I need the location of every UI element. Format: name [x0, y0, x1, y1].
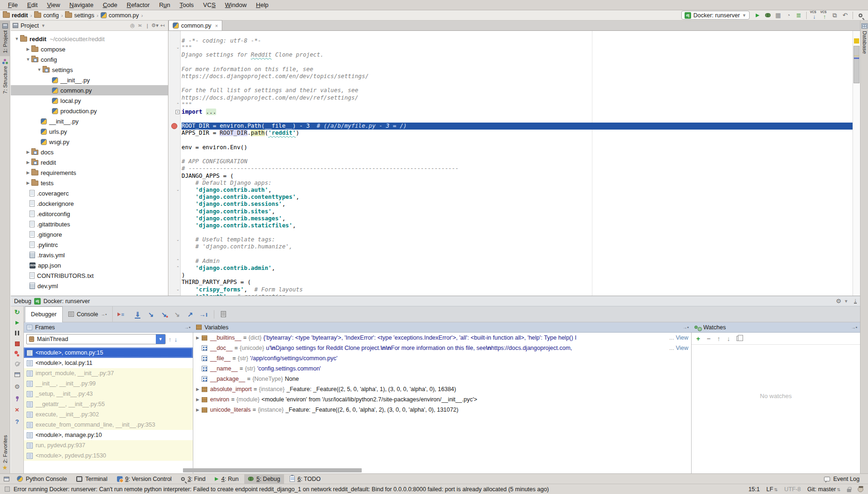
toolwindow-button-9-version-control[interactable]: 9: Version Control [113, 474, 175, 484]
force-step-into-icon[interactable]: ↘ [160, 311, 168, 318]
remove-watch-button[interactable]: − [707, 335, 710, 342]
fold-marker-icon[interactable]: ⌄ [175, 188, 180, 192]
resume-icon[interactable] [15, 321, 19, 325]
chevron-down-icon[interactable]: ▼ [36, 67, 43, 72]
toolwindow-button-python-console[interactable]: Python Console [13, 474, 71, 484]
tree-item-localpy[interactable]: local.py [11, 95, 168, 106]
step-over-icon[interactable]: ⇓ [133, 311, 142, 318]
menu-file[interactable]: File [4, 0, 22, 10]
variable-row[interactable]: __doc__={unicode}u'\nDjango settings for… [193, 343, 691, 353]
fold-marker-icon[interactable]: ⌃ [175, 259, 180, 263]
frame-row[interactable]: <module>, manage.py:10 [24, 430, 193, 440]
close-icon[interactable]: × [15, 407, 19, 412]
recent-changes-button[interactable]: ⧉ [830, 11, 839, 20]
tool-window-switcher-icon[interactable] [4, 477, 9, 481]
copy-watch-button[interactable] [737, 336, 741, 341]
menu-run[interactable]: Run [155, 0, 175, 10]
evaluate-expression-icon[interactable] [221, 311, 226, 317]
tab-console[interactable]: Console →▪ [63, 306, 113, 322]
float-icon[interactable]: →▪ [184, 325, 190, 330]
editor-tab-common-py[interactable]: common.py × [168, 20, 222, 30]
previous-frame-button[interactable]: ↑ [168, 336, 172, 343]
breadcrumb-item-reddit[interactable]: reddit [3, 12, 28, 19]
gear-icon[interactable]: ⚙ [836, 298, 841, 305]
toolwindow-button-6-todo[interactable]: 6: TODO [286, 474, 325, 484]
toolwindow-button-5-debug[interactable]: 5: Debug [244, 474, 284, 484]
fold-marker-icon[interactable]: ⌃ [175, 266, 180, 270]
tree-item-devyml[interactable]: dev.yml [11, 281, 168, 291]
toolwindow-button-4-run[interactable]: 4: Run [211, 474, 242, 484]
tree-item-compose[interactable]: ▶compose [11, 44, 168, 54]
hide-panel-icon[interactable]: ↓ [854, 298, 857, 304]
step-into-icon[interactable]: ↘ [146, 311, 155, 318]
close-tab-icon[interactable]: × [215, 23, 218, 29]
chevron-down-icon[interactable]: ▼ [25, 57, 31, 62]
run-to-cursor-icon[interactable]: →ı [199, 311, 207, 318]
chevron-down-icon[interactable]: ▼ [41, 23, 45, 28]
run-button[interactable] [753, 11, 762, 20]
menu-vcs[interactable]: VCS [199, 0, 220, 10]
variable-row[interactable]: __file__={str}'/app/config/settings/comm… [193, 353, 691, 363]
tree-item-__init__py[interactable]: __init__.py [11, 75, 168, 85]
notifications-icon[interactable] [858, 487, 863, 492]
step-out-icon[interactable]: ↘ [173, 311, 181, 318]
project-header-icon[interactable]: ↤ [159, 22, 166, 29]
menu-refactor[interactable]: Refactor [123, 0, 154, 10]
combo-dropdown-button[interactable]: ▼ [156, 334, 165, 344]
view-breakpoints-icon[interactable] [15, 351, 18, 354]
frame-row[interactable]: <module>, common.py:15 [24, 348, 193, 358]
settings-gear-icon[interactable]: ⚙ [15, 383, 20, 390]
variable-row[interactable]: ▶absolute_import={instance}_Feature: _Fe… [193, 384, 691, 394]
sidebar-item-favorites[interactable]: 2: Favorites★ [0, 432, 10, 473]
variable-view-link[interactable]: ... View [669, 334, 688, 341]
breadcrumb-item-config[interactable]: config [34, 12, 58, 19]
tree-item-gitignore[interactable]: .gitignore [11, 229, 168, 240]
tree-item-coveragerc[interactable]: .coveragerc [11, 188, 168, 198]
variable-row[interactable]: __name__={str}'config.settings.common' [193, 363, 691, 374]
search-everywhere-button[interactable] [856, 11, 865, 20]
editor-gutter[interactable]: ⌄⌃⌄⌄⌃⌃⌄+ [168, 31, 181, 296]
chevron-right-icon[interactable]: ▶ [25, 160, 31, 165]
debug-button[interactable] [763, 11, 773, 20]
project-header-icon[interactable]: ≍ [136, 22, 144, 29]
chevron-right-icon[interactable]: ▶ [25, 181, 31, 185]
tree-item-commonpy[interactable]: common.py [11, 85, 168, 95]
tree-item-reddit[interactable]: ▼reddit~/cookiecutter/reddit [11, 34, 168, 44]
git-branch-indicator[interactable]: Git: master⇅ [807, 486, 840, 493]
next-frame-button[interactable]: ↓ [175, 336, 178, 343]
tree-item-dockerignore[interactable]: .dockerignore [11, 198, 168, 209]
tree-item-requirements[interactable]: ▶requirements [11, 167, 168, 178]
stop-icon[interactable] [15, 341, 20, 346]
menu-code[interactable]: Code [99, 0, 122, 10]
frame-row[interactable]: run, pydevd.py:937 [24, 440, 193, 450]
status-message[interactable]: Error running Docker: runserver: Can't r… [14, 486, 549, 493]
sidebar-item-structure[interactable]: 7: Structure [0, 56, 10, 96]
tree-item-tests[interactable]: ▶tests [11, 178, 168, 188]
smart-step-into-icon[interactable]: ↗ [186, 311, 194, 318]
profiler-button[interactable]: ◔ [784, 11, 793, 20]
chevron-right-icon[interactable]: ▶ [25, 47, 31, 51]
menu-navigate[interactable]: Navigate [65, 0, 97, 10]
show-execution-point-icon[interactable]: ≡ [117, 312, 124, 317]
coverage-button[interactable]: ▦ [773, 11, 783, 20]
vcs-update-button[interactable]: VCS↓ [810, 11, 819, 20]
scrollbar-thumb[interactable] [853, 46, 860, 83]
frame-row[interactable]: execute, __init__.py:302 [24, 409, 193, 420]
vcs-commit-button[interactable]: VCS↑ [820, 11, 829, 20]
run-with-coverage-button[interactable]: ≣ [794, 11, 803, 20]
menu-help[interactable]: Help [252, 0, 273, 10]
tree-item-urlspy[interactable]: urls.py [11, 126, 168, 137]
chevron-down-icon[interactable]: ▼ [14, 36, 20, 41]
fold-marker-icon[interactable]: ⌄ [175, 45, 180, 50]
tab-debugger[interactable]: Debugger [25, 306, 63, 322]
float-icon[interactable]: →▪ [851, 325, 857, 330]
restore-layout-icon[interactable] [15, 372, 20, 377]
project-header-icon[interactable]: ◎ [129, 22, 136, 29]
sidebar-item-project[interactable]: 1: Project [0, 21, 10, 56]
fold-marker-icon[interactable]: ⌄ [175, 287, 180, 291]
menu-edit[interactable]: Edit [23, 0, 42, 10]
tree-item-editorconfig[interactable]: .editorconfig [11, 209, 168, 219]
tree-item-__init__py[interactable]: __init__.py [11, 116, 168, 126]
pause-icon[interactable] [15, 331, 19, 335]
breadcrumb-item-commonpy[interactable]: common.py [101, 12, 139, 19]
